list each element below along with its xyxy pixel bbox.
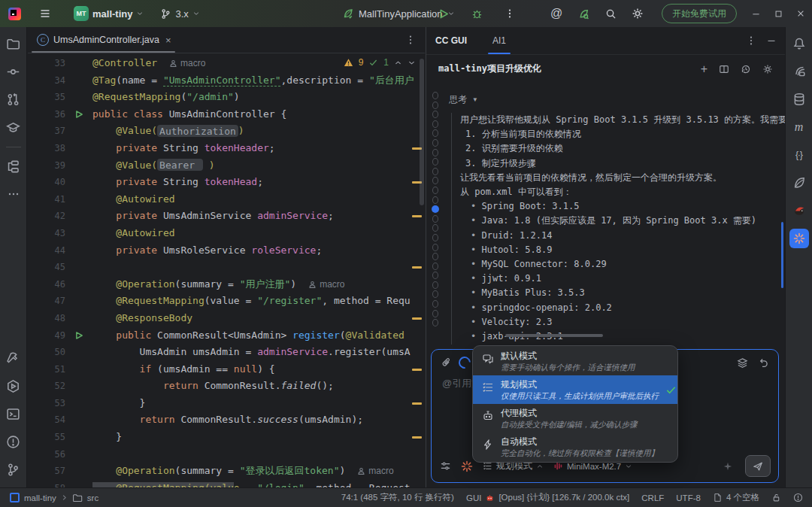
editor-tab[interactable]: C UmsAdminController.java ×: [28, 27, 179, 53]
hide-panel-icon[interactable]: [767, 36, 776, 45]
history-icon[interactable]: [741, 64, 751, 74]
code-line[interactable]: 44 private UmsRoleService roleService;: [28, 242, 425, 260]
split-view-icon[interactable]: [719, 64, 729, 74]
horizontal-scrollbar[interactable]: [505, 334, 603, 337]
dependencies-tool-button[interactable]: {∙}: [789, 145, 809, 165]
code-line[interactable]: 40 private String tokenHead;: [28, 174, 425, 191]
caret-position-widget[interactable]: 74:1 (485 字符, 10 行 换行符): [341, 492, 454, 503]
code-line[interactable]: 34@Tag(name = "UmsAdminController",descr…: [28, 72, 425, 90]
maven-tool-button[interactable]: m: [789, 117, 809, 137]
main-menu-button[interactable]: [32, 3, 59, 24]
breadcrumb[interactable]: mall-tiny src: [10, 493, 98, 503]
kebab-menu-icon[interactable]: [746, 35, 756, 46]
thinking-toggle[interactable]: 思考 ▾: [449, 93, 785, 106]
debug-button[interactable]: [463, 3, 490, 24]
ai-model-status-widget[interactable]: GUI [Opus] {计划} [126.7k / 200.0k ctx]: [466, 492, 629, 503]
code-line[interactable]: 46 @Operation(summary = "用户注册")macro: [28, 276, 425, 293]
sparkle-icon[interactable]: [723, 461, 733, 472]
code-line[interactable]: 54 return CommonResult.success(umsAdmin)…: [28, 411, 425, 429]
window-maximize-button[interactable]: [767, 0, 789, 27]
vcs-branch-widget[interactable]: 3.x: [157, 3, 202, 24]
code-line[interactable]: 48 @ResponseBody: [28, 310, 425, 327]
problems-tool-button[interactable]: [4, 432, 23, 451]
code-line[interactable]: 35@RequestMapping("/admin"): [28, 89, 425, 106]
vertical-scrollbar[interactable]: [781, 222, 783, 288]
learn-tool-button[interactable]: [4, 117, 23, 137]
code-line[interactable]: 49 public CommonResult<UmsAdmin> registe…: [28, 327, 425, 345]
pull-requests-tool-button[interactable]: [4, 90, 23, 109]
code-line[interactable]: 51 if (umsAdmin == null) {: [28, 361, 425, 378]
services-tool-button[interactable]: [4, 376, 23, 396]
code-line[interactable]: 55 }: [28, 429, 425, 446]
mode-item-plan[interactable]: 规划模式 仅使用只读工具，生成计划供用户审批后执行: [473, 375, 677, 404]
plugin-bird-tool-button[interactable]: [789, 201, 809, 220]
project-tool-button[interactable]: [4, 34, 23, 53]
ai-chat-content[interactable]: 思考 ▾ 用户想让我帮他规划从 Spring Boot 3.1.5 升级到 3.…: [426, 83, 785, 345]
send-button[interactable]: [745, 455, 771, 477]
mode-item-auto[interactable]: 自动模式 完全自动化，绕过所有权限检查【谨慎使用】: [473, 433, 677, 461]
database-tool-button[interactable]: [789, 90, 809, 109]
chevron-down-icon[interactable]: [408, 59, 416, 67]
more-tools-button[interactable]: [4, 184, 23, 204]
breadcrumb-folder[interactable]: src: [87, 493, 98, 502]
code-line[interactable]: 37 @Value(Authorization): [28, 123, 425, 140]
unlock-icon[interactable]: [771, 493, 781, 502]
notifications-tool-button[interactable]: [789, 34, 809, 53]
ai-session-tab[interactable]: AI1: [486, 27, 512, 54]
cc-starburst-icon[interactable]: [461, 460, 473, 472]
ai-assistant-button[interactable]: @: [543, 3, 570, 24]
spring-tool-button[interactable]: [789, 173, 809, 193]
code-line[interactable]: 39 @Value(Bearer ): [28, 157, 425, 175]
run-button[interactable]: [430, 3, 457, 24]
undo-icon[interactable]: [758, 357, 769, 369]
mode-item-agent[interactable]: 代理模式 自动接受文件创建/编辑，减少确认步骤: [473, 404, 677, 433]
code-line[interactable]: 58 @RequestMapping(value = "/login", met…: [28, 480, 425, 487]
new-session-icon[interactable]: +: [701, 63, 707, 75]
editor-scrollbar[interactable]: [420, 59, 424, 205]
settings-button[interactable]: [624, 3, 651, 24]
tab-close-icon[interactable]: ×: [165, 35, 171, 46]
editor-options-button[interactable]: [405, 35, 416, 45]
breadcrumb-project[interactable]: mall-tiny: [24, 493, 56, 502]
code-line[interactable]: 36public class UmsAdminController {: [28, 106, 425, 123]
code-line[interactable]: 57 @Operation(summary = "登录以后返回token")ma…: [28, 463, 425, 480]
run-gutter-button[interactable]: [65, 106, 92, 123]
indent-widget[interactable]: 4 个空格: [713, 492, 759, 503]
code-lines[interactable]: 33@Controllermacro34@Tag(name = "UmsAdmi…: [28, 53, 425, 487]
structure-tool-button[interactable]: [4, 156, 23, 176]
search-everywhere-button[interactable]: [597, 3, 624, 24]
code-line[interactable]: 53 }: [28, 395, 425, 412]
code-line[interactable]: 52 return CommonResult.failed();: [28, 378, 425, 395]
code-line[interactable]: 47 @RequestMapping(value = "/register", …: [28, 293, 425, 310]
cc-gui-toolbar-button[interactable]: [570, 3, 597, 24]
code-line[interactable]: 41 @Autowired: [28, 191, 425, 208]
code-line[interactable]: 43 @Autowired: [28, 225, 425, 242]
project-widget[interactable]: MT mall-tiny: [71, 3, 147, 24]
window-minimize-button[interactable]: [744, 0, 767, 27]
code-line[interactable]: 50 UmsAdmin umsAdmin = adminService.regi…: [28, 344, 425, 361]
gear-icon[interactable]: [762, 64, 773, 74]
encoding-widget[interactable]: UTF-8: [676, 493, 701, 502]
chevron-up-icon[interactable]: [394, 59, 402, 67]
code-line[interactable]: 38 private String tokenHeader;: [28, 140, 425, 157]
more-actions-button[interactable]: [496, 3, 523, 24]
terminal-tool-button[interactable]: [4, 404, 23, 424]
code-line[interactable]: 42 private UmsAdminService adminService;: [28, 208, 425, 225]
window-close-button[interactable]: [789, 0, 812, 27]
commit-tool-button[interactable]: [4, 62, 23, 81]
attach-paperclip-icon[interactable]: [441, 357, 452, 368]
sliders-icon[interactable]: [440, 460, 451, 472]
inspections-widget[interactable]: 9 1: [339, 57, 416, 68]
mode-item-default[interactable]: 默认模式 需要手动确认每个操作，适合谨慎使用: [473, 347, 677, 375]
event-log-alert-icon[interactable]: [793, 493, 803, 502]
line-ending-widget[interactable]: CRLF: [641, 493, 664, 502]
cc-gui-tool-button[interactable]: [789, 229, 809, 248]
ai-chat-tool-button[interactable]: [789, 62, 809, 81]
layers-icon[interactable]: [737, 357, 748, 369]
git-tool-button[interactable]: [4, 460, 23, 479]
code-editor[interactable]: C UmsAdminController.java × 33@Controlle…: [28, 27, 425, 487]
free-trial-button[interactable]: 开始免费试用: [662, 4, 737, 23]
build-tool-button[interactable]: [4, 348, 23, 368]
code-line[interactable]: 56: [28, 446, 425, 463]
run-gutter-button[interactable]: [65, 327, 92, 345]
